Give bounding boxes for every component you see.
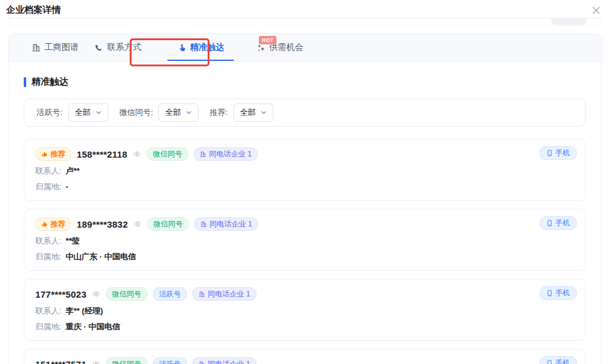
contact-person-row: 联系人:卢**	[35, 166, 574, 177]
filter-label-recommend: 推荐:	[209, 107, 228, 118]
location-label: 归属地:	[35, 252, 62, 261]
filter-value: 全部	[75, 107, 91, 118]
phone-number: 189****3832	[77, 219, 128, 229]
location-label: 归属地:	[35, 322, 62, 331]
tab-business-graph[interactable]: 工商图谱	[32, 34, 79, 61]
filter-value: 全部	[165, 107, 181, 118]
hot-badge: HOT	[259, 36, 276, 44]
wechat-tag: 微信同号	[147, 147, 188, 161]
mobile-icon	[546, 150, 553, 156]
filter-value: 全部	[240, 107, 256, 118]
contact-main-row: 推荐 189****3832 微信同号 同电话企业 1	[35, 217, 574, 231]
contact-label: 联系人:	[35, 166, 62, 175]
same-phone-company-tag[interactable]: 同电话企业 1	[194, 217, 258, 231]
location-row: 归属地:-	[35, 181, 574, 192]
section-accent-bar	[24, 77, 26, 87]
contact-main-row: 151****7571 微信同号 活跃号 同电话企业 1	[35, 357, 574, 364]
tab-precise-reach[interactable]: 精准触达	[157, 34, 244, 61]
location-value: 中山广东 · 中国电信	[66, 252, 136, 261]
eye-icon[interactable]	[92, 360, 100, 364]
close-icon[interactable]	[592, 6, 602, 16]
section-title: 精准触达	[32, 76, 68, 88]
contact-main-row: 推荐 158****2118 微信同号 同电话企业 1	[35, 147, 574, 161]
location-row: 归属地:重庆 · 中国电信	[35, 321, 574, 332]
filter-label-active: 活跃号:	[37, 107, 63, 118]
scrolled-pill	[551, 18, 586, 25]
recommend-badge: 推荐	[35, 217, 71, 231]
contact-main-row: 177****5023 微信同号 活跃号 同电话企业 1	[35, 287, 574, 301]
chevron-down-icon	[96, 110, 102, 116]
building-icon	[200, 151, 206, 158]
eye-icon[interactable]	[133, 220, 142, 228]
wechat-tag: 微信同号	[106, 357, 147, 364]
contact-label: 联系人:	[35, 306, 62, 315]
location-label: 归属地:	[35, 182, 62, 191]
mobile-phone-button[interactable]: 手机	[540, 216, 577, 230]
filter-select-wechat[interactable]: 全部	[158, 103, 199, 122]
contact-name: 李** (经理)	[66, 306, 103, 315]
scrolled-card-remnant	[8, 18, 602, 26]
contact-person-row: 联系人:李** (经理)	[35, 306, 574, 317]
filter-bar: 活跃号: 全部 微信同号: 全部 推荐: 全部	[24, 99, 586, 127]
phone-icon	[94, 43, 104, 52]
recommend-badge: 推荐	[35, 147, 71, 161]
phone-number: 177****5023	[35, 289, 86, 299]
tab-label: 工商图谱	[44, 42, 79, 53]
tab-bar: 工商图谱 联系方式 精准触达 供需机会 HOT	[9, 34, 601, 61]
wechat-tag: 微信同号	[147, 217, 189, 231]
eye-icon[interactable]	[92, 290, 100, 298]
chevron-down-icon	[261, 110, 267, 116]
filter-select-recommend[interactable]: 全部	[233, 103, 273, 122]
mobile-icon	[546, 220, 553, 226]
mobile-phone-button[interactable]: 手机	[540, 146, 577, 160]
thumb-up-icon	[41, 151, 48, 158]
active-number-tag: 活跃号	[153, 287, 187, 301]
mobile-phone-button[interactable]: 手机	[540, 356, 577, 364]
contact-card: 推荐 158****2118 微信同号 同电话企业 1 联系人:卢** 归属地:…	[24, 139, 586, 201]
same-phone-company-tag[interactable]: 同电话企业 1	[194, 147, 258, 161]
contact-card: 151****7571 微信同号 活跃号 同电话企业 1 联系人:- (经理) …	[24, 349, 586, 364]
phone-number: 151****7571	[35, 359, 86, 364]
contact-name: 卢**	[66, 166, 80, 175]
same-phone-company-tag[interactable]: 同电话企业 1	[192, 287, 256, 301]
building-icon	[200, 221, 207, 228]
building-icon	[199, 361, 205, 364]
section-header: 精准触达	[24, 76, 586, 88]
contact-label: 联系人:	[35, 236, 62, 245]
filter-select-active[interactable]: 全部	[68, 103, 108, 122]
touch-icon	[177, 43, 186, 52]
location-row: 归属地:中山广东 · 中国电信	[35, 251, 574, 262]
thumb-up-icon	[41, 221, 48, 228]
phone-number: 158****2118	[77, 149, 127, 159]
tab-label: 联系方式	[107, 42, 141, 53]
eye-icon[interactable]	[133, 150, 141, 158]
filter-label-wechat: 微信同号:	[119, 107, 153, 118]
contact-name: **莹	[66, 236, 80, 245]
location-value: 重庆 · 中国电信	[66, 322, 121, 331]
tab-content: 精准触达 活跃号: 全部 微信同号: 全部 推荐: 全部	[9, 76, 601, 364]
tab-label: 精准触达	[190, 42, 224, 53]
mobile-icon	[546, 360, 553, 364]
tab-contact-methods[interactable]: 联系方式	[94, 34, 141, 61]
chevron-down-icon	[186, 110, 192, 116]
mobile-icon	[546, 290, 553, 296]
building-icon	[32, 43, 41, 52]
same-phone-company-tag[interactable]: 同电话企业 1	[192, 357, 256, 364]
detail-card: 工商图谱 联系方式 精准触达 供需机会 HOT 精准触达 活跃号: 全部	[8, 33, 602, 364]
contact-person-row: 联系人:**莹	[35, 236, 574, 247]
mobile-phone-button[interactable]: 手机	[540, 286, 577, 300]
building-icon	[199, 291, 205, 298]
contact-card: 177****5023 微信同号 活跃号 同电话企业 1 联系人:李** (经理…	[24, 279, 586, 341]
contact-card: 推荐 189****3832 微信同号 同电话企业 1 联系人:**莹 归属地:…	[24, 209, 586, 271]
page-title: 企业档案详情	[6, 4, 61, 16]
wechat-tag: 微信同号	[106, 287, 147, 301]
location-value: -	[66, 182, 68, 191]
active-number-tag: 活跃号	[153, 357, 187, 364]
